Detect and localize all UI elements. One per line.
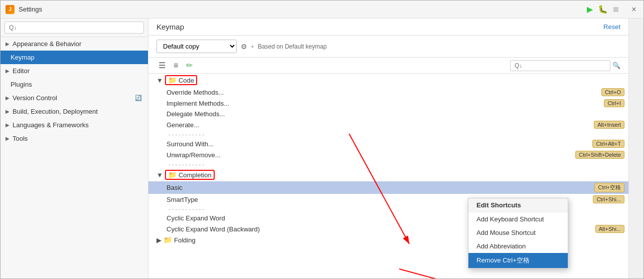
surround-with-label: Surround With...	[167, 140, 592, 148]
expand-all-button[interactable]: ☰	[156, 60, 168, 71]
folding-folder-icon: 📁	[164, 236, 172, 244]
sidebar: ▶ Appearance & Behavior Keymap ▶ Editor …	[1, 19, 148, 278]
arrow-icon: ▶	[6, 95, 10, 101]
surround-with-item[interactable]: Surround With... Ctrl+Alt+T	[148, 138, 628, 149]
gear-icon[interactable]: ⚙	[241, 43, 247, 51]
title-bar-left: J Settings	[6, 5, 42, 14]
sidebar-item-editor[interactable]: ▶ Editor	[1, 64, 148, 78]
panel-header: Keymap Reset	[148, 19, 628, 36]
unwrap-shortcut: Ctrl+Shift+Delete	[575, 151, 624, 159]
right-strip	[628, 19, 643, 278]
toolbar-row: ☰ ≡ ✏ 🔍	[148, 58, 628, 74]
basic-label: Basic	[167, 184, 594, 191]
separator-2: - - - - - - - - - - -	[148, 160, 628, 168]
svg-line-2	[399, 269, 585, 278]
keymap-search-input[interactable]	[510, 60, 610, 71]
completion-arrow-icon: ▼	[156, 171, 163, 179]
folder-icon: 📁	[168, 76, 177, 84]
completion-folder-label: Completion	[179, 171, 212, 179]
top-right-toolbar: ▶ 🐛 ⏹	[580, 2, 625, 17]
stop-button[interactable]: ⏹	[610, 4, 621, 15]
code-folder-item[interactable]: ▼ 📁 Code	[148, 74, 628, 87]
basic-shortcut: Ctrl+空格	[594, 183, 624, 192]
implement-shortcut: Ctrl+I	[604, 99, 624, 107]
sidebar-item-languages[interactable]: ▶ Languages & Frameworks	[1, 118, 148, 132]
keymap-select-row: Default copy ⚙ • Based on Default keymap	[148, 36, 628, 58]
keymap-dropdown[interactable]: Default copy	[156, 40, 237, 53]
generate-item[interactable]: Generate... Alt+Insert	[148, 119, 628, 130]
separator-1: - - - - - - - - - - -	[148, 130, 628, 138]
sidebar-item-tools[interactable]: ▶ Tools	[1, 132, 148, 145]
delegate-methods-item[interactable]: Delegate Methods...	[148, 109, 628, 119]
completion-folder-icon: 📁	[168, 171, 177, 179]
smart-shortcut: Ctrl+Shi...	[593, 195, 624, 203]
context-menu-header: Edit Shortcuts	[468, 198, 568, 212]
keymap-content: ▼ 📁 Code Override Methods... Ctrl+O Impl…	[148, 74, 628, 278]
search-area: 🔍	[510, 60, 620, 71]
expand-arrow-icon: ▼	[156, 77, 163, 84]
context-menu: Edit Shortcuts Add Keyboard Shortcut Add…	[468, 198, 568, 268]
arrow-icon: ▶	[6, 136, 10, 141]
collapse-all-button[interactable]: ≡	[172, 60, 180, 71]
based-on-text: Based on Default keymap	[258, 43, 327, 50]
edit-button[interactable]: ✏	[184, 60, 195, 71]
override-methods-item[interactable]: Override Methods... Ctrl+O	[148, 87, 628, 98]
sidebar-item-version-control[interactable]: ▶ Version Control 🔄	[1, 91, 148, 105]
close-button[interactable]: ×	[629, 5, 638, 14]
override-shortcut: Ctrl+O	[601, 88, 624, 96]
surround-shortcut: Ctrl+Alt+T	[592, 140, 624, 148]
settings-window: J Settings ▶ 🐛 ⏹ × ▶ Appearance & Behavi…	[0, 0, 644, 279]
folding-folder-label: Folding	[174, 236, 196, 244]
run-button[interactable]: ▶	[584, 4, 595, 15]
folding-arrow-icon: ▶	[156, 236, 162, 244]
implement-methods-label: Implement Methods...	[167, 100, 604, 107]
arrow-icon: ▶	[6, 68, 10, 74]
code-folder-label: Code	[179, 77, 194, 84]
implement-methods-item[interactable]: Implement Methods... Ctrl+I	[148, 98, 628, 109]
sidebar-item-keymap[interactable]: Keymap	[1, 51, 148, 64]
sidebar-item-plugins[interactable]: Plugins	[1, 78, 148, 91]
sidebar-item-appearance[interactable]: ▶ Appearance & Behavior	[1, 37, 148, 51]
generate-label: Generate...	[167, 121, 594, 129]
search-icon: 🔍	[612, 62, 620, 69]
basic-item[interactable]: Basic Ctrl+空格	[148, 181, 628, 194]
right-panel: Keymap Reset Default copy ⚙ • Based on D…	[148, 19, 628, 278]
main-content: ▶ Appearance & Behavior Keymap ▶ Editor …	[1, 19, 643, 278]
arrow-icon: ▶	[6, 41, 10, 47]
sidebar-search-input[interactable]	[5, 22, 144, 34]
panel-title: Keymap	[156, 23, 184, 31]
reset-button[interactable]: Reset	[603, 23, 620, 31]
app-icon: J	[6, 5, 15, 14]
generate-shortcut: Alt+Insert	[594, 121, 624, 129]
title-bar: J Settings ▶ 🐛 ⏹ ×	[1, 1, 643, 19]
delegate-methods-label: Delegate Methods...	[167, 110, 624, 118]
arrow-icon: ▶	[6, 109, 10, 114]
remove-shortcut-item[interactable]: Remove Ctrl+空格	[468, 253, 568, 268]
add-keyboard-shortcut-item[interactable]: Add Keyboard Shortcut	[468, 212, 568, 226]
cyclic-back-shortcut: Alt+Shi...	[595, 225, 624, 233]
add-abbreviation-item[interactable]: Add Abbreviation	[468, 239, 568, 253]
add-mouse-shortcut-item[interactable]: Add Mouse Shortcut	[468, 226, 568, 239]
sidebar-item-build[interactable]: ▶ Build, Execution, Deployment	[1, 105, 148, 118]
debug-button[interactable]: 🐛	[597, 4, 608, 15]
unwrap-item[interactable]: Unwrap/Remove... Ctrl+Shift+Delete	[148, 149, 628, 160]
completion-folder-item[interactable]: ▼ 📁 Completion	[148, 168, 628, 181]
sidebar-search-bar	[1, 19, 148, 37]
window-title: Settings	[19, 6, 42, 13]
unwrap-label: Unwrap/Remove...	[167, 151, 575, 159]
arrow-icon: ▶	[6, 122, 10, 128]
override-methods-label: Override Methods...	[167, 89, 601, 96]
